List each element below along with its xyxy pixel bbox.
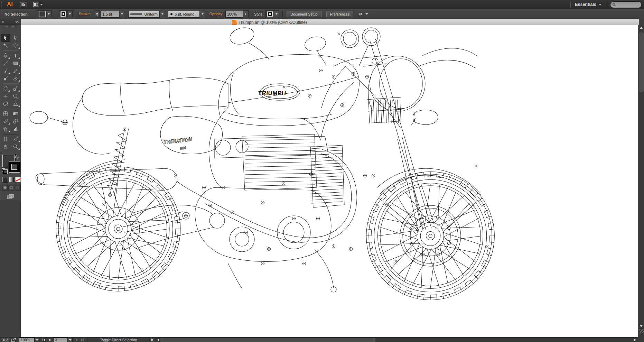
opacity-panel-link[interactable]: Opacity: [209, 12, 223, 16]
opacity-control[interactable]: 100% [225, 10, 249, 18]
workspace-switcher[interactable]: Essentials [575, 2, 601, 7]
vertical-scrollbar[interactable] [638, 25, 644, 329]
tools-panel-header: × [0, 19, 21, 25]
change-screen-mode-button[interactable] [6, 193, 15, 200]
brush-field[interactable]: 5 pt. Round [168, 11, 200, 18]
artboard-navigation[interactable]: 3 [53, 337, 73, 342]
tool-rectangle[interactable] [11, 59, 20, 67]
stroke-dropdown-button[interactable] [67, 11, 72, 18]
generated-linework [56, 33, 494, 300]
tool-column-graph[interactable] [11, 125, 20, 132]
collapse-panel-icon[interactable] [15, 20, 19, 23]
draw-normal-button[interactable] [2, 185, 8, 191]
horizontal-scrollbar[interactable] [155, 338, 638, 342]
panel-grip[interactable] [0, 25, 21, 28]
stroke-panel-link[interactable]: Stroke: [79, 12, 91, 16]
tool-magic-wand[interactable] [1, 42, 10, 49]
fill-color-control[interactable] [38, 10, 52, 18]
close-icon[interactable]: × [2, 20, 4, 24]
stroke-weight-dropdown[interactable] [119, 11, 124, 18]
artboard-dropdown[interactable] [68, 337, 73, 342]
side-panel-cc-text: 900 [180, 146, 187, 150]
zoom-control[interactable]: 100% [19, 337, 39, 342]
artboard-canvas[interactable]: TRIUMPH THRUXTON 900 [21, 25, 638, 337]
tool-shape-builder[interactable] [1, 100, 10, 107]
stroke-color-control[interactable] [59, 10, 73, 18]
tool-selection[interactable] [1, 34, 10, 41]
bridge-button[interactable]: Br [20, 2, 27, 7]
paint-style-row [2, 177, 21, 182]
gear-sync-icon[interactable] [2, 338, 9, 342]
first-artboard-button[interactable] [41, 338, 46, 342]
width-profile-dropdown[interactable] [160, 11, 165, 18]
tool-slice[interactable] [11, 135, 20, 142]
search-input[interactable] [610, 1, 642, 8]
brush-control[interactable]: 5 pt. Round [168, 11, 205, 18]
default-fill-stroke-icon[interactable] [2, 168, 6, 173]
tool-artboard[interactable] [1, 135, 10, 142]
pen-icon [3, 53, 8, 58]
fill-dropdown-button[interactable] [46, 11, 51, 18]
brush-dropdown[interactable] [200, 11, 205, 18]
tool-gradient[interactable] [11, 110, 20, 117]
tool-zoom[interactable] [11, 143, 20, 150]
style-control[interactable] [265, 10, 279, 18]
swap-fill-stroke-icon[interactable] [15, 155, 19, 159]
perspective-grid-icon [13, 101, 18, 107]
draw-behind-button[interactable] [8, 185, 14, 191]
tool-scale[interactable] [11, 85, 20, 92]
tool-lasso[interactable] [11, 42, 20, 49]
gradient-button[interactable] [9, 177, 15, 182]
tool-blend[interactable] [11, 118, 20, 125]
width-profile-field[interactable]: Uniform [129, 11, 160, 18]
tool-direct-selection[interactable] [11, 34, 20, 41]
width-profile-control[interactable]: Uniform [129, 11, 165, 18]
tool-pencil[interactable] [11, 67, 20, 74]
opacity-slider-button[interactable] [243, 10, 249, 18]
tool-perspective-grid[interactable] [11, 100, 20, 107]
resize-grip[interactable] [638, 329, 644, 342]
document-setup-button[interactable]: Document Setup [287, 11, 321, 17]
zoom-field[interactable]: 100% [19, 338, 35, 342]
tool-eraser[interactable] [11, 75, 20, 82]
stroke-proxy[interactable] [9, 161, 20, 173]
vertical-scroll-thumb[interactable] [639, 33, 644, 92]
stroke-weight-field[interactable]: 1.5 pt [101, 11, 119, 18]
type-icon: T [13, 53, 18, 58]
tool-pen[interactable] [1, 52, 10, 59]
scroll-right-button[interactable] [633, 338, 637, 342]
preferences-button[interactable]: Preferences [326, 11, 354, 17]
select-similar-control[interactable] [358, 12, 368, 17]
scroll-up-button[interactable] [638, 25, 644, 30]
none-button[interactable] [15, 177, 21, 182]
horizontal-scroll-thumb[interactable] [160, 338, 375, 342]
export-icon[interactable] [11, 338, 16, 342]
tool-type[interactable]: T [11, 52, 20, 59]
tool-hand[interactable] [1, 143, 10, 150]
next-artboard-button[interactable] [75, 338, 80, 342]
scroll-down-button[interactable] [638, 323, 644, 329]
zoom-dropdown[interactable] [35, 337, 39, 342]
color-button[interactable] [2, 177, 8, 182]
tool-rotate[interactable] [1, 85, 10, 92]
tool-free-transform[interactable] [11, 92, 20, 100]
previous-artboard-button[interactable] [47, 338, 52, 342]
tool-mesh[interactable] [1, 110, 10, 117]
tool-line-segment[interactable] [1, 59, 10, 67]
tool-symbol-sprayer[interactable] [1, 125, 10, 132]
fill-stroke-indicator [0, 155, 21, 174]
tool-blob-brush[interactable] [1, 75, 10, 82]
stroke-weight-control[interactable]: 1.5 pt [101, 11, 124, 18]
tool-eyedropper[interactable] [1, 118, 10, 125]
last-artboard-button[interactable] [80, 338, 85, 342]
status-menu-button[interactable] [150, 338, 155, 342]
artboard-number-field[interactable]: 3 [53, 338, 68, 342]
stroke-weight-stepper[interactable] [95, 10, 100, 18]
style-dropdown[interactable] [274, 11, 279, 18]
tool-paintbrush[interactable] [1, 67, 10, 74]
draw-inside-button[interactable] [15, 185, 21, 191]
arrange-documents-button[interactable] [33, 2, 43, 7]
tool-width[interactable] [1, 92, 10, 100]
opacity-field[interactable]: 100% [225, 11, 243, 18]
scroll-left-button[interactable] [156, 338, 161, 342]
